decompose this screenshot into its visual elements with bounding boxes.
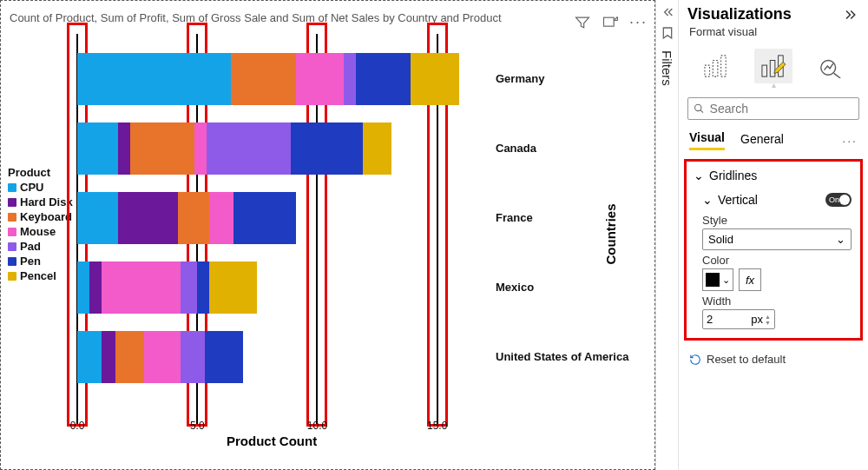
bar-row[interactable]	[77, 122, 391, 175]
legend-item[interactable]: Pen	[8, 255, 73, 268]
filters-pane-collapsed[interactable]: Filters	[655, 0, 678, 470]
gridlines-title: Gridlines	[709, 169, 757, 182]
x-axis-tick: 10.0	[307, 420, 327, 432]
color-swatch	[706, 273, 720, 287]
spinner-icon[interactable]: ▲▼	[765, 314, 771, 326]
bar-segment[interactable]	[118, 122, 130, 175]
x-axis-tick: 5.0	[190, 420, 205, 432]
search-input[interactable]	[687, 97, 859, 120]
y-axis-label: Germany	[496, 72, 544, 85]
svg-point-8	[695, 104, 701, 110]
style-value: Solid	[708, 233, 733, 246]
width-unit: px	[751, 313, 763, 326]
style-select[interactable]: Solid ⌄	[702, 228, 852, 250]
x-axis-title: Product Count	[227, 434, 317, 448]
bar-segment[interactable]	[77, 53, 231, 105]
bar-segment[interactable]	[205, 331, 243, 383]
analytics-icon	[818, 54, 844, 78]
legend-item[interactable]: CPU	[8, 181, 73, 194]
chart-area: Count of Product, Sum of Profit, Sum of …	[0, 0, 655, 470]
x-axis-tick: 0.0	[70, 420, 85, 432]
tabs-more-icon[interactable]: ···	[842, 134, 858, 148]
bar-row[interactable]	[77, 192, 296, 244]
collapse-chevrons-icon[interactable]	[661, 5, 674, 19]
format-tabs: Visual General ···	[679, 125, 868, 150]
tab-general[interactable]: General	[740, 132, 784, 149]
bar-segment[interactable]	[77, 192, 118, 244]
bar-segment[interactable]	[102, 261, 181, 314]
legend-item[interactable]: Keyboard	[8, 210, 73, 223]
color-fx-button[interactable]: fx	[739, 268, 761, 291]
reset-to-default[interactable]: Reset to default	[679, 346, 868, 373]
bar-segment[interactable]	[77, 122, 118, 175]
visualizations-panel: Visualizations Format visual ▴ Vis	[678, 0, 868, 470]
search-icon	[694, 103, 705, 115]
filter-icon[interactable]	[574, 14, 591, 31]
format-visual-label: Format visual	[679, 25, 868, 43]
bar-segment[interactable]	[181, 261, 197, 314]
focus-mode-icon[interactable]	[602, 14, 619, 31]
chart-plot	[77, 34, 485, 425]
bar-row[interactable]	[77, 53, 459, 105]
bar-segment[interactable]	[178, 192, 209, 244]
bar-segment[interactable]	[209, 192, 233, 244]
chevron-down-icon: ⌄	[694, 169, 704, 182]
width-label: Width	[702, 295, 852, 308]
bar-segment[interactable]	[197, 261, 209, 314]
bar-segment[interactable]	[233, 192, 296, 244]
color-label: Color	[702, 254, 852, 267]
bar-segment[interactable]	[194, 122, 207, 175]
bar-segment[interactable]	[77, 261, 89, 314]
legend-item[interactable]: Pencel	[8, 269, 73, 282]
analytics-tab[interactable]	[812, 49, 850, 83]
bar-segment[interactable]	[89, 261, 102, 314]
y-axis-label: United States of America	[496, 350, 628, 363]
color-picker[interactable]: ⌄	[702, 268, 733, 291]
svg-rect-1	[705, 65, 710, 76]
svg-rect-3	[721, 56, 727, 76]
chevron-down-icon: ⌄	[702, 193, 713, 207]
width-input[interactable]: 2 px ▲▼	[702, 309, 775, 329]
bar-segment[interactable]	[363, 122, 391, 175]
build-visual-tab[interactable]	[697, 49, 735, 83]
bar-row[interactable]	[77, 331, 243, 383]
bar-segment[interactable]	[115, 331, 144, 383]
svg-rect-2	[713, 60, 718, 76]
format-visual-tab[interactable]	[754, 49, 792, 83]
legend-item[interactable]: Pad	[8, 240, 73, 253]
bookmark-icon	[661, 26, 674, 40]
bar-segment[interactable]	[344, 53, 356, 105]
bar-segment[interactable]	[296, 53, 344, 105]
svg-rect-0	[603, 17, 614, 26]
style-label: Style	[702, 214, 852, 227]
tab-visual[interactable]: Visual	[689, 130, 725, 150]
y-axis-label: Canada	[496, 142, 536, 155]
bar-segment[interactable]	[102, 331, 116, 383]
search-field[interactable]	[710, 102, 853, 116]
chart-header-actions: ···	[574, 13, 648, 31]
legend-item[interactable]: Mouse	[8, 225, 73, 238]
y-axis-label: Mexico	[496, 281, 534, 294]
bar-segment[interactable]	[144, 331, 180, 383]
more-options-icon[interactable]: ···	[629, 13, 648, 31]
filters-label: Filters	[660, 50, 674, 86]
bar-segment[interactable]	[411, 53, 458, 105]
bar-segment[interactable]	[231, 53, 296, 105]
bar-segment[interactable]	[130, 122, 195, 175]
expand-chevrons-icon[interactable]	[844, 7, 859, 23]
bar-segment[interactable]	[118, 192, 178, 244]
bar-segment[interactable]	[77, 331, 102, 383]
gridlines-header[interactable]: ⌄ Gridlines	[687, 162, 860, 189]
legend-item[interactable]: Hard Disk	[8, 195, 73, 209]
vertical-toggle[interactable]: On	[825, 193, 852, 207]
bar-segment[interactable]	[291, 122, 363, 175]
bar-row[interactable]	[77, 261, 257, 314]
bar-segment[interactable]	[181, 331, 205, 383]
bar-segment[interactable]	[209, 261, 257, 314]
chevron-down-icon: ⌄	[722, 275, 730, 286]
bar-segment[interactable]	[356, 53, 411, 105]
panel-title: Visualizations	[687, 5, 792, 23]
format-mode-tabs	[679, 43, 868, 83]
bar-segment[interactable]	[207, 122, 291, 175]
y-axis-title: Countries	[602, 203, 617, 264]
